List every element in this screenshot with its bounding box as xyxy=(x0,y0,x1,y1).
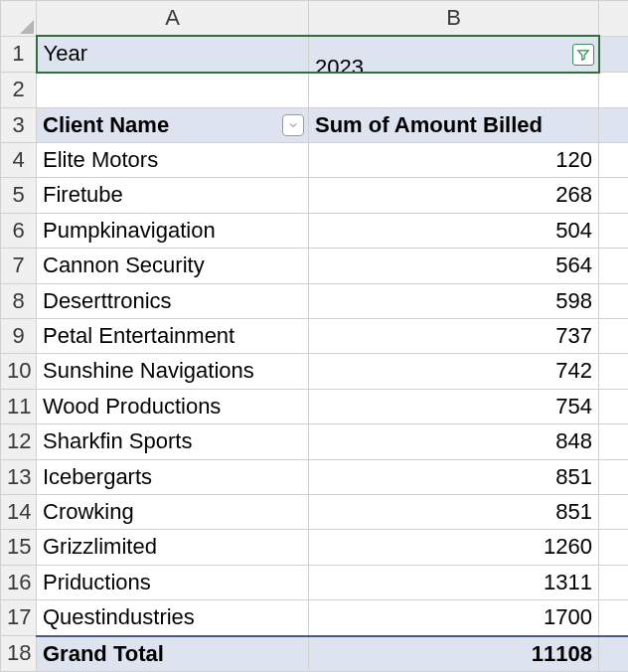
empty-cell[interactable] xyxy=(599,600,629,636)
amount-billed-cell[interactable]: 504 xyxy=(309,213,599,248)
row-header-13[interactable]: 13 xyxy=(1,459,37,494)
amount-billed-cell[interactable]: 851 xyxy=(309,459,599,494)
row-header-7[interactable]: 7 xyxy=(1,249,37,283)
amount-billed-cell[interactable]: 1260 xyxy=(309,530,599,565)
client-name-cell[interactable]: Deserttronics xyxy=(37,283,309,318)
table-row: 14Crowking851 xyxy=(1,494,629,529)
table-row: 16Priductions1311 xyxy=(1,565,629,599)
amount-billed-cell[interactable]: 754 xyxy=(309,389,599,423)
table-row: 11Wood Productions754 xyxy=(1,389,629,423)
table-row: 8Deserttronics598 xyxy=(1,283,629,318)
empty-cell[interactable] xyxy=(599,389,629,423)
row-header-16[interactable]: 16 xyxy=(1,565,37,599)
amount-billed-cell[interactable]: 1311 xyxy=(309,565,599,599)
spreadsheet-grid[interactable]: A B 1 Year 2023 2 3 Client Name Sum of A… xyxy=(0,0,628,672)
filter-field-value-cell[interactable]: 2023 xyxy=(309,36,599,72)
client-name-cell[interactable]: Crowking xyxy=(37,494,309,529)
table-row: 10Sunshine Navigations742 xyxy=(1,354,629,389)
client-name-cell[interactable]: Pumpkinavigation xyxy=(37,213,309,248)
empty-cell[interactable] xyxy=(599,73,629,107)
amount-billed-cell[interactable]: 1700 xyxy=(309,600,599,636)
amount-billed-cell[interactable]: 598 xyxy=(309,283,599,318)
row-header-8[interactable]: 8 xyxy=(1,283,37,318)
amount-billed-cell[interactable]: 564 xyxy=(309,249,599,283)
table-row: 15Grizzlimited1260 xyxy=(1,530,629,565)
client-name-cell[interactable]: Firetube xyxy=(37,178,309,213)
row-header-17[interactable]: 17 xyxy=(1,600,37,636)
client-name-cell[interactable]: Questindustries xyxy=(37,600,309,636)
row-header-4[interactable]: 4 xyxy=(1,143,37,178)
client-name-cell[interactable]: Icebergarts xyxy=(37,459,309,494)
empty-cell[interactable] xyxy=(599,424,629,459)
client-name-cell[interactable]: Wood Productions xyxy=(37,389,309,423)
empty-cell[interactable] xyxy=(599,636,629,672)
filter-field-label[interactable]: Year xyxy=(37,36,309,72)
row-header-10[interactable]: 10 xyxy=(1,354,37,389)
grand-total-row: 18 Grand Total 11108 xyxy=(1,636,629,672)
row-header-3[interactable]: 3 xyxy=(1,107,37,142)
pivot-filter-row: 1 Year 2023 xyxy=(1,36,629,72)
empty-cell[interactable] xyxy=(599,143,629,178)
empty-cell[interactable] xyxy=(599,530,629,565)
row-header-1[interactable]: 1 xyxy=(1,36,37,72)
client-name-cell[interactable]: Petal Entertainment xyxy=(37,319,309,354)
empty-cell[interactable] xyxy=(599,107,629,142)
filter-value: 2023 xyxy=(315,55,364,73)
table-row: 4Elite Motors120 xyxy=(1,143,629,178)
row-header-5[interactable]: 5 xyxy=(1,178,37,213)
col-header-C[interactable] xyxy=(599,1,629,37)
empty-cell[interactable] xyxy=(599,565,629,599)
client-name-cell[interactable]: Sharkfin Sports xyxy=(37,424,309,459)
col-header-B[interactable]: B xyxy=(309,1,599,37)
row-header-9[interactable]: 9 xyxy=(1,319,37,354)
amount-billed-cell[interactable]: 120 xyxy=(309,143,599,178)
empty-cell[interactable] xyxy=(37,73,309,107)
filter-funnel-icon[interactable] xyxy=(572,44,594,66)
chevron-down-icon[interactable] xyxy=(282,114,304,136)
empty-cell[interactable] xyxy=(599,459,629,494)
col-header-A[interactable]: A xyxy=(37,1,309,37)
grand-total-value[interactable]: 11108 xyxy=(309,636,599,672)
row-header-14[interactable]: 14 xyxy=(1,494,37,529)
amount-billed-cell[interactable]: 742 xyxy=(309,354,599,389)
table-row: 5Firetube268 xyxy=(1,178,629,213)
empty-cell[interactable] xyxy=(599,494,629,529)
pivot-row-field-header[interactable]: Client Name xyxy=(37,107,309,142)
empty-cell[interactable] xyxy=(599,283,629,318)
grand-total-label[interactable]: Grand Total xyxy=(37,636,309,672)
row-header-2[interactable]: 2 xyxy=(1,73,37,107)
empty-cell[interactable] xyxy=(309,73,599,107)
row-header-6[interactable]: 6 xyxy=(1,213,37,248)
empty-cell[interactable] xyxy=(599,36,629,72)
empty-cell[interactable] xyxy=(599,354,629,389)
header-client-label: Client Name xyxy=(43,112,169,137)
amount-billed-cell[interactable]: 851 xyxy=(309,494,599,529)
amount-billed-cell[interactable]: 737 xyxy=(309,319,599,354)
client-name-cell[interactable]: Sunshine Navigations xyxy=(37,354,309,389)
empty-cell[interactable] xyxy=(599,178,629,213)
table-row: 17Questindustries1700 xyxy=(1,600,629,636)
pivot-header-row: 3 Client Name Sum of Amount Billed xyxy=(1,107,629,142)
table-row: 6Pumpkinavigation504 xyxy=(1,213,629,248)
client-name-cell[interactable]: Grizzlimited xyxy=(37,530,309,565)
row-header-11[interactable]: 11 xyxy=(1,389,37,423)
pivot-value-field-header[interactable]: Sum of Amount Billed xyxy=(309,107,599,142)
table-row: 9Petal Entertainment737 xyxy=(1,319,629,354)
row-header-12[interactable]: 12 xyxy=(1,424,37,459)
select-all-corner[interactable] xyxy=(1,1,37,37)
amount-billed-cell[interactable]: 268 xyxy=(309,178,599,213)
blank-row: 2 xyxy=(1,73,629,107)
empty-cell[interactable] xyxy=(599,213,629,248)
row-header-15[interactable]: 15 xyxy=(1,530,37,565)
table-row: 7Cannon Security564 xyxy=(1,249,629,283)
column-header-row: A B xyxy=(1,1,629,37)
amount-billed-cell[interactable]: 848 xyxy=(309,424,599,459)
client-name-cell[interactable]: Cannon Security xyxy=(37,249,309,283)
row-header-18[interactable]: 18 xyxy=(1,636,37,672)
table-row: 12Sharkfin Sports848 xyxy=(1,424,629,459)
table-row: 13Icebergarts851 xyxy=(1,459,629,494)
client-name-cell[interactable]: Elite Motors xyxy=(37,143,309,178)
client-name-cell[interactable]: Priductions xyxy=(37,565,309,599)
empty-cell[interactable] xyxy=(599,249,629,283)
empty-cell[interactable] xyxy=(599,319,629,354)
